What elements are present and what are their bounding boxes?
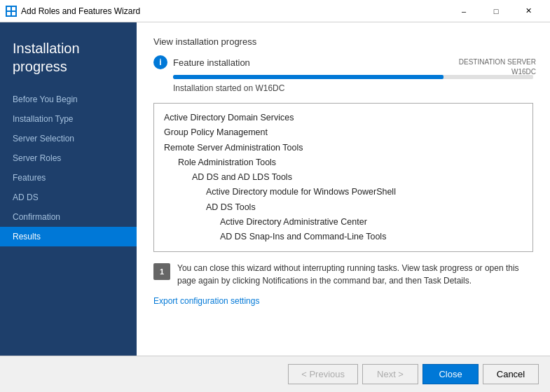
close-button[interactable]: ✕ [512,0,544,22]
svg-rect-1 [12,7,15,10]
feature-item-1: Group Policy Management [164,125,523,140]
notification-text: You can close this wizard without interr… [177,262,533,287]
feature-item-6: AD DS Tools [164,200,523,215]
minimize-button[interactable]: – [448,0,480,22]
app-icon [6,6,17,17]
previous-button[interactable]: < Previous [288,364,358,384]
feature-item-5: Active Directory module for Windows Powe… [164,185,523,200]
feature-item-7: Active Directory Administrative Center [164,215,523,230]
destination-server-info: DESTINATION SERVER W16DC [459,57,536,77]
svg-rect-3 [12,12,15,15]
svg-rect-2 [7,12,11,15]
features-list-box: Active Directory Domain Services Group P… [153,103,533,252]
sidebar-item-server-roles[interactable]: Server Roles [0,148,137,168]
install-started-text: Installation started on W16DC [173,83,533,93]
notification-icon: 1 [153,263,170,280]
sidebar: Installation progress Before You Begin I… [0,22,137,356]
notification-row: 1 You can close this wizard without inte… [153,262,533,287]
svg-rect-0 [7,7,11,10]
sidebar-item-server-selection[interactable]: Server Selection [0,129,137,148]
sidebar-item-features[interactable]: Features [0,168,137,188]
window-controls: – □ ✕ [448,0,544,22]
feature-item-2: Remote Server Administration Tools [164,141,523,155]
info-icon: i [153,55,167,69]
close-wizard-button[interactable]: Close [422,364,479,384]
feature-item-0: Active Directory Domain Services [164,111,523,125]
dest-server-name: W16DC [459,67,536,77]
sidebar-item-installation-type[interactable]: Installation Type [0,109,137,129]
sidebar-header: Installation progress [0,22,137,90]
sidebar-item-before-you-begin[interactable]: Before You Begin [0,90,137,109]
content-inner: DESTINATION SERVER W16DC View installati… [137,22,550,356]
sidebar-item-ad-ds[interactable]: AD DS [0,188,137,207]
window-title: Add Roles and Features Wizard [21,6,448,16]
wizard-body: Installation progress Before You Begin I… [0,22,550,356]
feature-install-label: Feature installation [173,57,250,68]
dest-server-label: DESTINATION SERVER [459,57,536,67]
feature-item-4: AD DS and AD LDS Tools [164,170,523,185]
export-link[interactable]: Export configuration settings [153,296,259,306]
progress-bar-fill [173,75,444,79]
title-bar: Add Roles and Features Wizard – □ ✕ [0,0,550,22]
wizard-footer: < Previous Next > Close Cancel [0,356,550,392]
sidebar-item-confirmation[interactable]: Confirmation [0,207,137,227]
section-title: View installation progress [153,36,533,47]
feature-item-8: AD DS Snap-Ins and Command-Line Tools [164,230,523,244]
cancel-button[interactable]: Cancel [483,364,539,384]
feature-item-3: Role Administration Tools [164,155,523,170]
maximize-button[interactable]: □ [480,0,512,22]
sidebar-item-results[interactable]: Results [0,227,137,246]
next-button[interactable]: Next > [362,364,418,384]
content-area: DESTINATION SERVER W16DC View installati… [137,22,550,356]
